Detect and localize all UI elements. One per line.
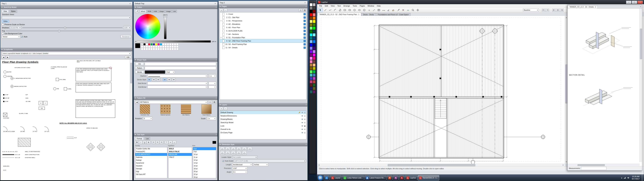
palette-color[interactable] <box>310 23 312 26</box>
palette-color[interactable] <box>313 90 316 93</box>
font-size-item[interactable]: 8 pt <box>193 147 216 150</box>
anchor-bottom-icon[interactable] <box>172 141 176 144</box>
color-swatch[interactable] <box>167 46 169 48</box>
dimension-style-button[interactable] <box>226 151 230 155</box>
palette-color[interactable] <box>313 3 316 6</box>
font-family-item[interactable]: Georgia <box>135 167 167 170</box>
palette-color[interactable] <box>310 37 312 40</box>
dimension-style-panel-close-icon[interactable]: × <box>306 144 306 146</box>
document-tab[interactable]: TANNER_CD_V1.0 - S2 - 2ND Floor Framing … <box>318 12 361 16</box>
layer-visibility-icon[interactable] <box>301 112 304 113</box>
colors-tab-image[interactable]: Image <box>165 10 172 13</box>
ortho-button[interactable]: Ortho <box>2 20 9 23</box>
color-swatch[interactable] <box>150 48 152 50</box>
menu-file[interactable]: File <box>318 4 324 7</box>
color-swatch[interactable] <box>172 48 174 50</box>
strikethrough-button[interactable]: S <box>147 141 150 144</box>
palette-color[interactable] <box>310 84 312 87</box>
tool-table[interactable] <box>376 8 381 12</box>
angle-precision-dropdown[interactable]: 0.1 <box>232 170 247 174</box>
page-row[interactable]: 5:A3 - Floor Plan <box>220 26 306 29</box>
colors-tab-grays[interactable]: Grays <box>158 10 165 13</box>
baseline-dropdown[interactable]: Baseline <box>523 8 539 12</box>
page-row[interactable]: 2:C1 - Site Plan <box>220 16 306 19</box>
scrapbooks-panel-header[interactable]: Scrapbooks <box>0 48 132 51</box>
palette-color[interactable] <box>310 20 312 23</box>
tool-pan[interactable] <box>416 8 420 12</box>
layer-lock-icon[interactable] <box>304 122 306 124</box>
color-swatch[interactable] <box>141 48 143 50</box>
color-swatch[interactable] <box>144 43 146 46</box>
detail-vertical-scrollbar[interactable] <box>640 8 642 162</box>
text-align-left-icon[interactable] <box>152 141 156 144</box>
typeface-list[interactable]: BOLDBOLD ITALICREGULARITALIC <box>168 147 192 178</box>
page-presentation-icon[interactable] <box>304 30 306 32</box>
default-tray-close-icon[interactable]: × <box>214 2 216 4</box>
scrapbook-preview[interactable]: Floor Plan Drawing Symbols MIN. AFUE: 95… <box>0 59 132 180</box>
scrapbook-prev-icon[interactable]: ◀ <box>2 56 5 59</box>
show-desktop-button[interactable] <box>642 175 643 181</box>
color-swatch[interactable] <box>160 48 162 50</box>
textstyle-tab-list[interactable]: List <box>144 137 150 140</box>
layer-lock-icon[interactable] <box>304 118 306 120</box>
palette-color[interactable] <box>313 87 316 90</box>
join-miter-icon[interactable] <box>163 78 166 81</box>
align-right-icon[interactable] <box>560 8 564 12</box>
taskbar-item[interactable]: ♪Lukas Nelson and... <box>342 175 364 180</box>
measurements-input[interactable] <box>581 167 606 170</box>
color-swatch[interactable] <box>144 48 146 50</box>
pattern-button[interactable]: Pattern <box>135 66 144 70</box>
palette-color[interactable] <box>310 70 312 73</box>
menu-arrange[interactable]: Arrange <box>342 4 351 7</box>
maximize-button[interactable]: ▢ <box>632 1 637 4</box>
typeface-item[interactable]: BOLD ITALIC <box>168 150 192 153</box>
color-swatch[interactable] <box>167 43 169 46</box>
layer-visibility-icon[interactable] <box>301 122 304 123</box>
color-swatch[interactable] <box>160 46 162 48</box>
auto-render-checkbox[interactable] <box>21 36 23 38</box>
palette-color[interactable] <box>310 47 312 50</box>
menu-tools[interactable]: Tools <box>351 4 358 7</box>
detail-horizontal-scrollbar[interactable] <box>568 164 640 166</box>
dimension-style-button[interactable] <box>237 151 241 155</box>
palette-color[interactable] <box>310 74 312 76</box>
layer-row[interactable]: Overall to do <box>220 128 306 131</box>
page-row[interactable]: 7:A4 - Sections <box>220 32 306 36</box>
colors-tab-rgb[interactable]: RGB <box>146 10 152 13</box>
start-button[interactable] <box>318 175 323 181</box>
underline-button[interactable]: U <box>143 141 146 144</box>
tool-arc[interactable] <box>333 8 338 12</box>
tool-rounded-rectangle[interactable] <box>347 8 352 12</box>
tray1-titlebar[interactable]: Tray 1 × <box>0 2 132 5</box>
font-size-item[interactable]: 24 pt <box>193 176 216 178</box>
page-presentation-icon[interactable] <box>304 36 306 39</box>
auto-scale-checkbox[interactable] <box>222 160 224 162</box>
palette-color[interactable] <box>310 3 312 6</box>
color-swatch[interactable] <box>153 48 155 50</box>
font-family-item[interactable]: Garamond <box>135 162 167 164</box>
tool-zoom[interactable] <box>410 8 415 12</box>
taskbar-item[interactable]: e <box>324 175 330 180</box>
color-swatch[interactable] <box>141 46 143 48</box>
stroke-color-well[interactable] <box>145 70 165 74</box>
pattern-well[interactable] <box>145 66 216 70</box>
color-swatch[interactable] <box>176 43 178 46</box>
font-size-item[interactable]: 20 pt <box>193 170 216 173</box>
color-swatch[interactable] <box>155 46 157 48</box>
color-swatch[interactable] <box>162 43 164 46</box>
palette-color[interactable] <box>310 64 312 66</box>
palette-color[interactable] <box>310 67 312 70</box>
layer-row[interactable]: Lock <box>220 124 306 128</box>
opacity-slider[interactable] <box>137 40 211 42</box>
palette-color[interactable] <box>310 30 312 33</box>
font-size-item[interactable]: 9 pt <box>193 150 216 153</box>
tool-circle[interactable] <box>352 8 357 12</box>
horizontal-scroll-thumb[interactable] <box>388 164 475 166</box>
menu-edit[interactable]: Edit <box>324 4 330 7</box>
tool-polygon[interactable] <box>362 8 366 12</box>
brightness-slider[interactable] <box>164 16 166 39</box>
dimension-style-button[interactable] <box>226 147 230 151</box>
dimension-style-panel-header[interactable]: Dimension Style × <box>219 142 308 146</box>
color-swatch[interactable] <box>160 43 162 46</box>
sketchup-model-tab-styles[interactable]: Styles <box>10 10 17 13</box>
